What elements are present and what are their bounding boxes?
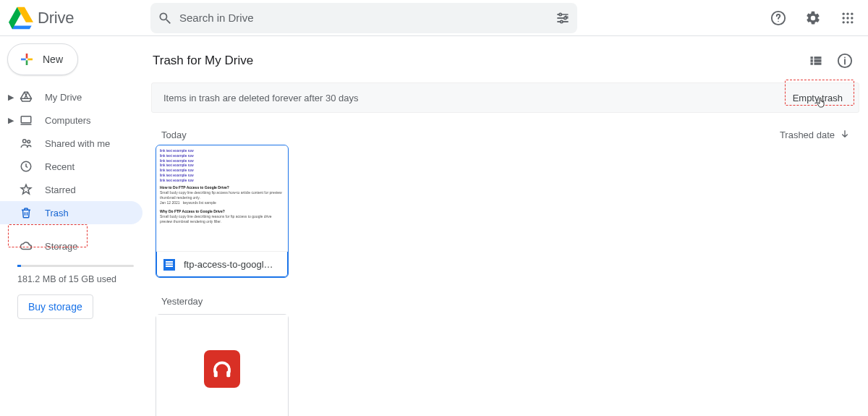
svg-point-12: [846, 21, 848, 23]
sidebar-item-starred[interactable]: ▶ Starred: [0, 178, 142, 201]
section-yesterday-label: Yesterday: [161, 296, 203, 307]
nav-label: Trash: [45, 208, 69, 218]
clock-icon: [19, 159, 33, 174]
svg-point-5: [843, 12, 845, 14]
sidebar-item-computers[interactable]: ▶ Computers: [0, 109, 142, 132]
svg-rect-21: [226, 371, 230, 378]
svg-point-8: [843, 17, 845, 19]
svg-point-11: [843, 21, 845, 23]
sidebar-item-shared[interactable]: ▶ Shared with me: [0, 132, 142, 155]
sidebar: New ▶ My Drive ▶ Computers ▶ Shared with…: [0, 36, 151, 416]
main-header: Trash for My Drive: [151, 46, 868, 82]
computer-icon: [19, 113, 33, 127]
svg-point-10: [851, 17, 853, 19]
storage-bar: [17, 265, 134, 267]
new-button[interactable]: New: [7, 43, 78, 75]
settings-gear-icon[interactable]: [799, 4, 827, 33]
file-thumbnail: [156, 315, 288, 416]
docs-file-icon: [163, 259, 175, 271]
sort-control[interactable]: Trashed date: [780, 129, 851, 140]
star-icon: [19, 182, 33, 197]
search-options-icon[interactable]: [556, 11, 570, 25]
chevron-right-icon[interactable]: ▶: [6, 93, 16, 102]
storage-block: 181.2 MB of 15 GB used: [0, 258, 151, 284]
top-bar: Drive: [0, 0, 868, 35]
people-icon: [19, 136, 33, 150]
info-icon[interactable]: [830, 46, 859, 75]
sidebar-item-trash[interactable]: ▶ Trash: [0, 201, 142, 224]
file-name-bar: ftp-access-to-google-driv…: [156, 251, 288, 277]
svg-point-6: [846, 12, 848, 14]
search-input[interactable]: [179, 12, 556, 24]
cursor-hand-icon: [815, 96, 827, 109]
file-name: ftp-access-to-google-driv…: [184, 259, 278, 270]
sidebar-item-recent[interactable]: ▶ Recent: [0, 155, 142, 178]
sidebar-item-my-drive[interactable]: ▶ My Drive: [0, 85, 142, 109]
file-grid-today: link text example row link text example …: [151, 145, 868, 278]
file-card[interactable]: [156, 314, 289, 416]
trash-icon: [19, 205, 33, 220]
new-button-label: New: [43, 54, 63, 65]
arrow-down-icon: [839, 129, 851, 140]
section-today-label: Today: [161, 130, 187, 140]
help-icon[interactable]: [764, 4, 793, 33]
svg-point-19: [844, 57, 846, 59]
svg-point-0: [559, 13, 561, 15]
svg-point-7: [851, 12, 853, 14]
my-drive-icon: [19, 90, 33, 104]
cloud-icon: [19, 239, 33, 253]
svg-point-2: [561, 20, 563, 22]
svg-point-15: [23, 140, 27, 143]
buy-storage-button[interactable]: Buy storage: [17, 294, 93, 319]
file-card[interactable]: link text example row link text example …: [156, 145, 289, 278]
sidebar-item-storage[interactable]: ▶ Storage: [0, 234, 142, 258]
banner-text: Items in trash are deleted forever after…: [163, 93, 788, 103]
svg-point-4: [778, 20, 778, 21]
page-title: Trash for My Drive: [153, 54, 801, 68]
chevron-right-icon[interactable]: ▶: [6, 116, 16, 125]
logo-area[interactable]: Drive: [9, 6, 150, 30]
storage-usage-text: 181.2 MB of 15 GB used: [17, 274, 134, 284]
sort-label: Trashed date: [780, 130, 835, 140]
plus-icon: [18, 51, 35, 68]
nav-label: Storage: [45, 241, 78, 252]
section-header-row: Today Trashed date: [151, 113, 868, 145]
nav-list: ▶ My Drive ▶ Computers ▶ Shared with me …: [0, 85, 151, 258]
svg-point-1: [564, 17, 566, 19]
search-bar[interactable]: [150, 3, 577, 33]
product-name: Drive: [38, 9, 74, 27]
trash-info-banner: Items in trash are deleted forever after…: [151, 82, 859, 113]
apps-grid-icon[interactable]: [833, 4, 862, 33]
svg-point-13: [851, 21, 853, 23]
headphones-app-icon: [204, 350, 240, 388]
svg-rect-14: [21, 116, 31, 123]
drive-logo-icon: [9, 6, 33, 30]
nav-label: Starred: [45, 184, 76, 195]
svg-point-16: [27, 140, 30, 143]
main-panel: Trash for My Drive Items in trash are de…: [151, 36, 868, 416]
header-actions: [764, 4, 862, 33]
nav-label: My Drive: [45, 92, 82, 103]
list-view-icon[interactable]: [801, 46, 830, 75]
nav-label: Shared with me: [45, 138, 110, 149]
nav-label: Recent: [45, 161, 75, 172]
svg-rect-20: [214, 371, 218, 378]
search-icon: [158, 11, 172, 25]
file-thumbnail: link text example row link text example …: [156, 145, 288, 251]
nav-label: Computers: [45, 115, 91, 126]
section-yesterday: Yesterday: [151, 278, 868, 310]
svg-point-9: [846, 17, 848, 19]
